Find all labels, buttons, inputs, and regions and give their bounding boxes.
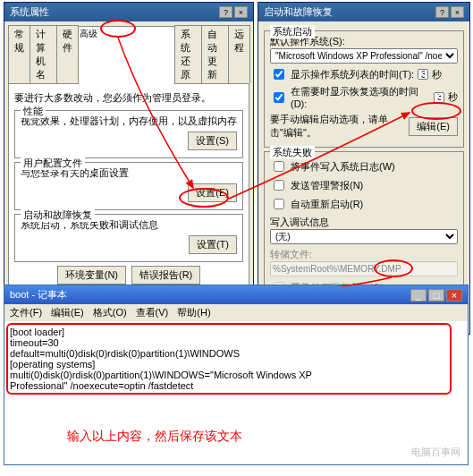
auto-restart-label: 自动重新启动(R) (291, 198, 363, 211)
send-alert-checkbox[interactable] (274, 180, 284, 191)
tab-system-restore[interactable]: 系统还原 (174, 25, 202, 83)
dump-file-label: 转储文件: (270, 248, 458, 261)
send-alert-label: 发送管理警报(N) (291, 179, 363, 192)
perf-settings-button[interactable]: 设置(S) (188, 132, 237, 150)
tab-computer-name[interactable]: 计算机名 (30, 25, 57, 83)
advanced-panel: 要进行大多数改动，您必须作为管理员登录。 性能 视觉效果，处理器计划，内存使用，… (8, 83, 249, 291)
titlebar: 系统属性 ? × (4, 3, 253, 21)
menu-bar: 文件(F) 编辑(E) 格式(O) 查看(V) 帮助(H) (4, 304, 468, 321)
menu-view[interactable]: 查看(V) (136, 306, 169, 319)
show-os-list-checkbox[interactable] (274, 69, 284, 80)
title-text: boot - 记事本 (10, 288, 67, 302)
titlebar: boot - 记事本 _ □ × (4, 285, 468, 304)
show-recovery-label: 在需要时显示恢复选项的时间(D): (291, 85, 430, 109)
userprof-legend: 用户配置文件 (21, 157, 85, 170)
menu-format[interactable]: 格式(O) (93, 306, 127, 319)
system-startup-group: 系统启动 默认操作系统(S): "Microsoft Windows XP Pr… (264, 30, 464, 148)
text-area[interactable]: [boot loader] timeout=30 default=multi(0… (4, 321, 468, 464)
close-icon[interactable]: × (234, 6, 248, 18)
system-failure-group: 系统失败 将事件写入系统日志(W) 发送管理警报(N) 自动重新启动(R) 写入… (264, 151, 464, 306)
close-icon[interactable]: × (446, 289, 462, 302)
tab-auto-update[interactable]: 自动更新 (201, 25, 229, 83)
write-log-checkbox[interactable] (274, 161, 284, 172)
tab-advanced[interactable]: 高级 (78, 26, 174, 84)
titlebar: 启动和故障恢复 ? × (258, 3, 469, 21)
env-var-button[interactable]: 环境变量(N) (57, 266, 126, 285)
userprof-settings-button[interactable]: 设置(E) (188, 183, 237, 202)
write-log-label: 将事件写入系统日志(W) (291, 160, 395, 174)
startup-group: 启动和故障恢复 系统启动，系统失败和调试信息 设置(T) (14, 214, 243, 262)
highlight-box (6, 323, 452, 395)
title-text: 系统属性 (10, 5, 49, 19)
userprofile-group: 用户配置文件 与您登录有关的桌面设置 设置(E) (14, 162, 243, 210)
tab-general[interactable]: 常规 (8, 25, 30, 83)
perf-text: 视觉效果，处理器计划，内存使用，以及虚拟内存 (21, 115, 237, 128)
system-properties-dialog: 系统属性 ? × 常规 计算机名 硬件 高级 系统还原 自动更新 远程 要进行大… (4, 2, 254, 321)
show-os-list-label: 显示操作系统列表的时间(T): (291, 68, 414, 81)
edit-button[interactable]: 编辑(E) (409, 117, 458, 136)
sec-label: 秒 (448, 90, 458, 104)
tab-remote[interactable]: 远程 (228, 25, 250, 83)
admin-note: 要进行大多数改动，您必须作为管理员登录。 (14, 91, 243, 105)
tab-hardware[interactable]: 硬件 (56, 25, 79, 83)
menu-edit[interactable]: 编辑(E) (51, 306, 84, 319)
tab-strip: 常规 计算机名 硬件 高级 系统还原 自动更新 远程 (4, 21, 253, 83)
minimize-icon[interactable]: _ (410, 289, 427, 302)
sec-label: 秒 (432, 68, 442, 81)
maximize-icon[interactable]: □ (428, 289, 444, 302)
debug-info-label: 写入调试信息 (270, 216, 458, 229)
auto-restart-checkbox[interactable] (274, 199, 284, 209)
dump-file-input (270, 261, 458, 276)
edit-note: 要手动编辑启动选项，请单击"编辑"。 (270, 113, 403, 140)
startup-settings-button[interactable]: 设置(T) (189, 235, 237, 254)
notepad-window: boot - 记事本 _ □ × 文件(F) 编辑(E) 格式(O) 查看(V)… (4, 285, 469, 465)
performance-group: 性能 视觉效果，处理器计划，内存使用，以及虚拟内存 设置(S) (14, 110, 243, 158)
menu-help[interactable]: 帮助(H) (177, 306, 210, 319)
recovery-time-input[interactable] (434, 92, 444, 103)
default-os-select[interactable]: "Microsoft Windows XP Professional" /noe… (270, 48, 458, 64)
show-recovery-checkbox[interactable] (274, 92, 284, 103)
sys-startup-legend: 系统启动 (270, 25, 315, 38)
title-text: 启动和故障恢复 (264, 5, 333, 19)
help-icon[interactable]: ? (435, 6, 449, 18)
startup-legend: 启动和故障恢复 (21, 208, 95, 222)
help-icon[interactable]: ? (219, 6, 232, 18)
os-list-time-input[interactable] (418, 69, 428, 80)
menu-file[interactable]: 文件(F) (10, 306, 42, 319)
close-icon[interactable]: × (451, 6, 464, 18)
perf-legend: 性能 (21, 105, 46, 118)
watermark: 电脑百事网 (411, 446, 460, 459)
error-report-button[interactable]: 错误报告(R) (131, 266, 200, 285)
instruction-note: 输入以上内容，然后保存该文本 (67, 429, 242, 445)
failure-legend: 系统失败 (270, 146, 315, 159)
debug-info-select[interactable]: (无) (270, 229, 458, 244)
